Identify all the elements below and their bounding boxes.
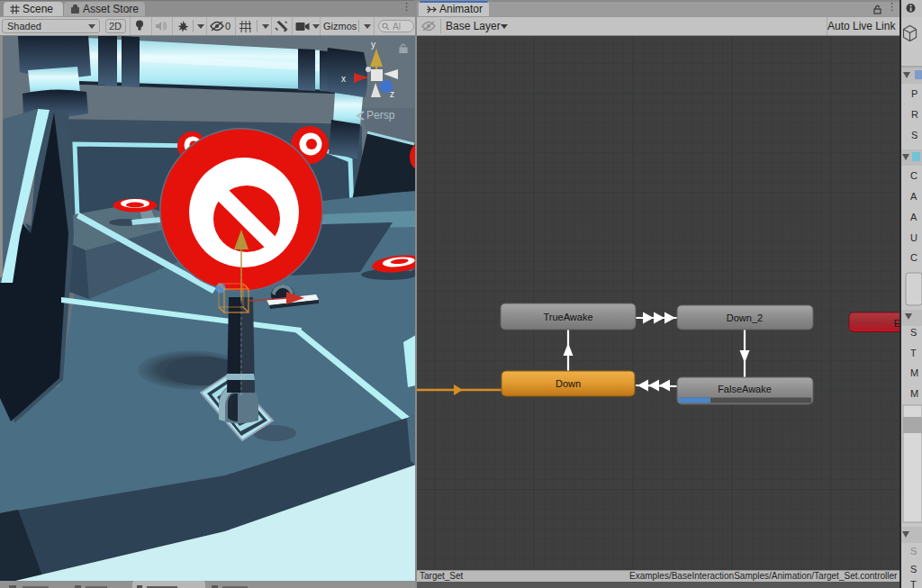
svg-text:TrueAwake: TrueAwake (543, 312, 592, 322)
svg-text:C: C (910, 170, 917, 181)
svg-text:M: M (910, 367, 918, 378)
svg-text:A: A (910, 212, 917, 222)
svg-text:S: S (910, 546, 917, 556)
svg-text:Down: Down (556, 378, 581, 389)
svg-text:S: S (910, 327, 917, 338)
svg-text:z: z (390, 89, 394, 99)
svg-text:S: S (910, 564, 917, 574)
svg-text:Down_2: Down_2 (727, 312, 763, 323)
svg-text:R: R (911, 109, 918, 120)
svg-text:T: T (910, 348, 917, 358)
svg-text:T: T (910, 579, 917, 588)
svg-text:x: x (341, 74, 346, 84)
svg-text:U: U (910, 232, 917, 243)
svg-text:Persp: Persp (366, 109, 395, 122)
svg-text:P: P (911, 88, 917, 99)
svg-text:C: C (910, 252, 917, 263)
svg-text:FalseAwake: FalseAwake (718, 384, 772, 394)
svg-text:A: A (910, 191, 917, 202)
svg-text:S: S (911, 130, 917, 140)
svg-text:y: y (371, 40, 375, 50)
svg-text:M: M (910, 388, 918, 399)
